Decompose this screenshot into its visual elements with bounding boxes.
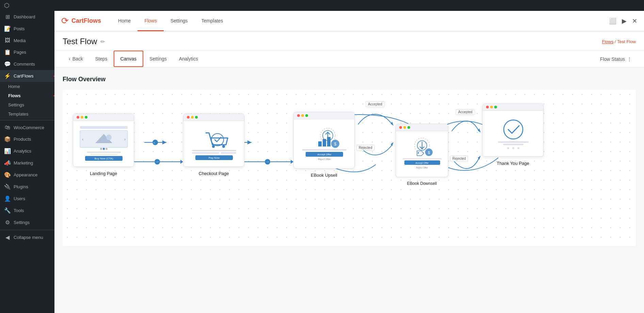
sidebar-item-label: Marketing xyxy=(14,160,33,166)
sidebar-section-item-settings[interactable]: Settings xyxy=(0,100,54,109)
sidebar-item-label: Tools xyxy=(14,208,24,213)
close-icon[interactable]: ✕ xyxy=(632,17,637,25)
sidebar-item-media[interactable]: 🖼 Media xyxy=(0,35,54,46)
svg-point-13 xyxy=(103,148,105,150)
sidebar-item-label: Posts xyxy=(14,26,25,31)
canvas-area[interactable]: Flow Overview → → xyxy=(54,68,644,313)
sidebar-item-marketing[interactable]: 📣 Marketing xyxy=(0,157,54,169)
svg-point-44 xyxy=(418,152,419,154)
svg-point-14 xyxy=(106,148,108,150)
flow-card-landing[interactable]: ‹ › Buy Now (CT xyxy=(73,114,134,167)
landing-page-preview: ‹ › Buy Now (CT xyxy=(77,124,131,162)
dot-red xyxy=(399,126,402,129)
plugins-icon: 🔌 xyxy=(4,184,11,190)
sub-tab-analytics[interactable]: Analytics xyxy=(173,51,204,67)
nav-tab-home[interactable]: Home xyxy=(111,11,138,31)
sidebar-item-label: Pages xyxy=(14,50,26,55)
sidebar-item-plugins[interactable]: 🔌 Plugins xyxy=(0,181,54,193)
nav-tabs: Home Flows Settings Templates xyxy=(111,11,609,31)
comments-icon: 💬 xyxy=(4,61,11,67)
final-connector-area: Accepted Rejected xyxy=(448,107,482,182)
flow-overview-title: Flow Overview xyxy=(63,76,636,83)
sidebar-item-dashboard[interactable]: ⊞ Dashboard xyxy=(0,11,54,23)
dot-yellow xyxy=(403,126,406,129)
sub-tab-back[interactable]: ‹ Back xyxy=(63,51,89,67)
cartflows-submenu: Home Flows Settings Templates xyxy=(0,82,54,119)
svg-point-55 xyxy=(512,147,514,149)
sidebar-section-item-flows[interactable]: Flows xyxy=(0,91,54,100)
accepted-label-2: Accepted xyxy=(456,109,475,115)
svg-rect-24 xyxy=(221,152,236,154)
flow-status-label: Flow Status xyxy=(600,56,625,62)
sidebar-item-users[interactable]: 👤 Users xyxy=(0,193,54,205)
sub-tab-settings[interactable]: Settings xyxy=(143,51,173,67)
sidebar-item-label: Plugins xyxy=(14,184,28,189)
sidebar-section-item-home[interactable]: Home xyxy=(0,82,54,91)
sidebar-item-appearance[interactable]: 🎨 Appearance xyxy=(0,169,54,181)
svg-text:Accept Offer: Accept Offer xyxy=(317,153,332,156)
sub-tab-canvas-label: Canvas xyxy=(120,56,136,62)
sidebar-item-posts[interactable]: 📝 Posts xyxy=(0,23,54,35)
sidebar-item-pages[interactable]: 📋 Pages xyxy=(0,46,54,58)
page-title: Test Flow ✏ xyxy=(63,37,105,46)
svg-text:Pay Now: Pay Now xyxy=(209,156,220,159)
sidebar-item-comments[interactable]: 💬 Comments xyxy=(0,58,54,70)
browser-bar-thankyou xyxy=(483,104,543,111)
breadcrumb-flows[interactable]: Flows xyxy=(602,39,614,44)
svg-rect-31 xyxy=(327,137,331,146)
pages-icon: 📋 xyxy=(4,49,11,55)
sidebar-item-products[interactable]: 📦 Products xyxy=(0,133,54,145)
dot-green xyxy=(494,106,497,108)
flow-card-upsell[interactable]: $ Accept Offer Reject Offer xyxy=(293,112,355,169)
sidebar-item-analytics[interactable]: 📊 Analytics xyxy=(0,145,54,157)
conn-line2 xyxy=(160,161,180,162)
dot-green xyxy=(195,116,198,119)
sub-tab-back-label: Back xyxy=(73,56,83,62)
sidebar-item-woocommerce[interactable]: 🛍 WooCommerce xyxy=(0,122,54,133)
browser-bar xyxy=(73,114,134,121)
svg-text:Reject Offer: Reject Offer xyxy=(416,167,428,169)
sidebar-item-settings[interactable]: ⚙ Settings xyxy=(0,216,54,228)
flow-status-button[interactable]: Flow Status ⋮ xyxy=(596,54,636,65)
sub-tab-settings-label: Settings xyxy=(149,56,167,62)
flow-card-downsell-wrapper: $ Accept Offer Reject Offer xyxy=(396,124,448,186)
users-icon: 👤 xyxy=(4,195,11,202)
sub-tab-canvas[interactable]: Canvas xyxy=(114,51,143,67)
flow-card-downsell[interactable]: $ Accept Offer Reject Offer xyxy=(396,124,448,177)
edit-icon[interactable]: ✏ xyxy=(100,38,105,45)
nav-tab-flows[interactable]: Flows xyxy=(138,11,164,31)
dot-red xyxy=(297,114,300,117)
flow-card-upsell-wrapper: $ Accept Offer Reject Offer EBook xyxy=(293,112,355,178)
svg-text:‹: ‹ xyxy=(82,137,83,142)
sidebar-item-cartflows[interactable]: ⚡ CartFlows xyxy=(0,70,54,82)
svg-rect-22 xyxy=(192,150,236,151)
nav-tab-settings[interactable]: Settings xyxy=(164,11,195,31)
sub-tab-steps[interactable]: Steps xyxy=(89,51,114,67)
curved-paths-svg xyxy=(355,97,396,172)
page-title-row: Test Flow ✏ Flows / Test Flow xyxy=(63,37,636,46)
dot-yellow xyxy=(81,116,83,119)
sidebar-item-tools[interactable]: 🔧 Tools xyxy=(0,205,54,216)
flow-cards: ‹ › Buy Now (CT xyxy=(73,103,626,186)
svg-marker-38 xyxy=(391,122,393,126)
dot-yellow xyxy=(490,106,493,108)
screen-options-icon[interactable]: ⬜ xyxy=(609,17,616,25)
sidebar-item-label: Users xyxy=(14,196,25,201)
sidebar-item-label: Comments xyxy=(14,62,35,67)
dot-green xyxy=(407,126,410,129)
card-label-landing: Landing Page xyxy=(90,171,117,176)
sidebar-section-item-templates[interactable]: Templates xyxy=(0,109,54,119)
main-content: ⟳ CartFlows Home Flows Settings Template… xyxy=(54,11,644,313)
nav-tab-templates[interactable]: Templates xyxy=(195,11,230,31)
video-icon[interactable]: ▶ xyxy=(622,17,627,25)
curved-connector-area: Accepted Rejected xyxy=(355,97,396,172)
flow-card-thankyou[interactable] xyxy=(482,103,544,157)
svg-rect-30 xyxy=(323,139,326,146)
dot-yellow xyxy=(191,116,194,119)
card-content-thankyou xyxy=(483,111,543,156)
flow-card-checkout[interactable]: Pay Now xyxy=(183,114,244,167)
sub-tabs: ‹ Back Steps Canvas Settings Analytics F… xyxy=(54,51,644,68)
accepted-label: Accepted xyxy=(366,101,385,107)
sidebar-collapse[interactable]: ◀ Collapse menu xyxy=(0,231,54,243)
flow-card-checkout-wrapper: Pay Now Checkout Page xyxy=(183,114,244,176)
